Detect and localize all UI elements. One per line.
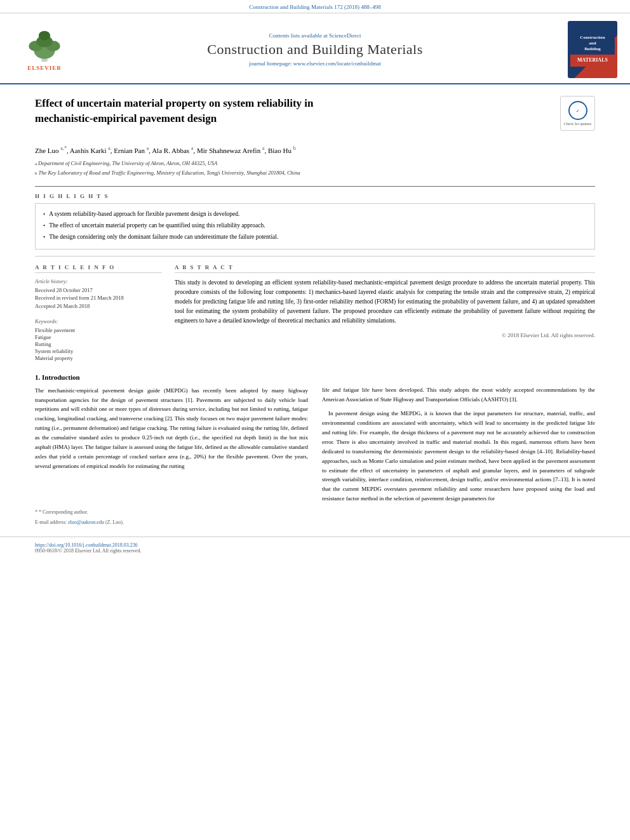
- article-content: Effect of uncertain material property on…: [0, 84, 630, 362]
- journal-header-center: Contents lists available at ScienceDirec…: [76, 32, 554, 67]
- journal-url[interactable]: www.elsevier.com/locate/conbuildmat: [293, 60, 381, 67]
- footer: https://doi.org/10.1016/j.conbuildmat.20…: [0, 537, 630, 557]
- affiliation-b: b The Key Laboratory of Road and Traffic…: [35, 169, 595, 177]
- highlight-item-2: • The effect of uncertain material prope…: [43, 220, 587, 230]
- keyword-5: Material property: [35, 355, 162, 361]
- article-history-block: Article history: Received 28 October 201…: [35, 278, 162, 310]
- received-date: Received 28 October 2017: [35, 286, 162, 295]
- check-updates-badge: ✓ Check for updates: [560, 96, 595, 131]
- intro-label: Introduction: [42, 373, 80, 381]
- highlight-item-3: • The design considering only the domina…: [43, 232, 587, 242]
- intro-paragraph-2: life and fatigue life have been develope…: [322, 385, 595, 404]
- article-info-col: A R T I C L E I N F O Article history: R…: [35, 264, 162, 362]
- affiliation-a: a Department of Civil Engineering, The U…: [35, 159, 595, 168]
- journal-badge: Construction and Building MATERIALS: [568, 21, 617, 78]
- affiliation-a-text: Department of Civil Engineering, The Uni…: [38, 159, 217, 168]
- email-address[interactable]: zluo@uakron.edu: [68, 519, 104, 525]
- journal-header: ELSEVIER Contents lists available at Sci…: [0, 13, 630, 84]
- highlight-text-1: A system reliability-based approach for …: [49, 209, 239, 219]
- body-two-col: 1. Introduction The mechanistic-empirica…: [35, 373, 595, 509]
- author-biao-hu: Biao Hu b: [268, 147, 296, 154]
- author-ernian-pan: Ernian Pan a,: [114, 147, 152, 154]
- check-updates-label: Check for updates: [564, 122, 592, 126]
- bullet-3: •: [43, 232, 45, 242]
- page: Construction and Building Materials 172 …: [0, 0, 630, 840]
- highlight-item-1: • A system reliability-based approach fo…: [43, 209, 587, 219]
- highlights-label: H I G H L I G H T S: [35, 193, 595, 199]
- article-info-abstract: A R T I C L E I N F O Article history: R…: [35, 264, 595, 362]
- affiliations: a Department of Civil Engineering, The U…: [35, 159, 595, 177]
- intro-body-text-left: The mechanistic-empirical pavement desig…: [35, 386, 308, 471]
- keyword-3: Rutting: [35, 341, 162, 347]
- journal-title: Construction and Building Materials: [76, 41, 554, 58]
- abstract-label: A B S T R A C T: [175, 264, 595, 273]
- keywords-block: Keywords: Flexible pavement Fatigue Rutt…: [35, 318, 162, 361]
- intro-paragraph-3: In pavement design using the MEPDG, it i…: [322, 409, 595, 503]
- elsevier-logo-section: ELSEVIER: [13, 29, 76, 71]
- footnote-corresponding-author: * * Corresponding author.: [0, 509, 630, 516]
- copyright-text: © 2018 Elsevier Ltd. All rights reserved…: [175, 332, 595, 338]
- accepted-date: Accepted 26 March 2018: [35, 302, 162, 310]
- check-updates-inner-text: ✓: [576, 109, 579, 113]
- journal-homepage: journal homepage: www.elsevier.com/locat…: [76, 60, 554, 67]
- divider-1: [35, 186, 595, 187]
- doi-link[interactable]: https://doi.org/10.1016/j.conbuildmat.20…: [35, 542, 138, 548]
- top-citation-bar: Construction and Building Materials 172 …: [0, 0, 630, 13]
- revised-date: Received in revised form 21 March 2018: [35, 294, 162, 302]
- elsevier-logo: ELSEVIER: [13, 29, 76, 71]
- intro-body-text-right: life and fatigue life have been develope…: [322, 385, 595, 503]
- author-zhe-luo: Zhe Luo a,*,: [35, 147, 70, 154]
- history-label: Article history:: [35, 278, 162, 284]
- keyword-4: System reliability: [35, 348, 162, 354]
- highlights-box: • A system reliability-based approach fo…: [35, 203, 595, 250]
- author-aashis-karki: Aashis Karki a,: [70, 147, 114, 154]
- doi-line: https://doi.org/10.1016/j.conbuildmat.20…: [35, 542, 595, 548]
- citation-text: Construction and Building Materials 172 …: [249, 4, 380, 10]
- issn-line: 0950-0618/© 2018 Elsevier Ltd. All right…: [35, 548, 595, 554]
- highlight-text-2: The effect of uncertain material propert…: [49, 220, 265, 230]
- body-content: 1. Introduction The mechanistic-empirica…: [0, 362, 630, 509]
- body-left-col: 1. Introduction The mechanistic-empirica…: [35, 373, 308, 509]
- abstract-text: This study is devoted to developing an e…: [175, 278, 595, 326]
- article-title-section: Effect of uncertain material property on…: [35, 96, 595, 137]
- intro-paragraph-1: The mechanistic-empirical pavement desig…: [35, 386, 308, 471]
- svg-point-5: [39, 30, 50, 40]
- keyword-1: Flexible pavement: [35, 327, 162, 333]
- footnote-email: E-mail address: zluo@uakron.edu (Z. Luo)…: [0, 519, 630, 526]
- elsevier-tree-icon: [22, 29, 67, 63]
- highlights-section: H I G H L I G H T S • A system reliabili…: [35, 193, 595, 250]
- body-right-col: life and fatigue life have been develope…: [322, 373, 595, 509]
- intro-title: 1. Introduction: [35, 373, 308, 381]
- affiliation-b-text: The Key Laboratory of Road and Traffic E…: [39, 169, 300, 177]
- divider-2: [35, 256, 595, 257]
- bullet-2: •: [43, 221, 45, 230]
- science-direct-link-text[interactable]: ScienceDirect: [329, 32, 361, 39]
- email-label: E-mail address:: [35, 519, 68, 525]
- author-ala-abbas: Ala R. Abbas a,: [152, 147, 197, 154]
- keyword-2: Fatigue: [35, 334, 162, 340]
- email-name: (Z. Luo).: [105, 519, 124, 525]
- article-title: Effect of uncertain material property on…: [35, 96, 313, 126]
- highlight-text-3: The design considering only the dominant…: [49, 232, 278, 242]
- abstract-col: A B S T R A C T This study is devoted to…: [175, 264, 595, 362]
- article-info-label: A R T I C L E I N F O: [35, 264, 162, 273]
- intro-number: 1.: [35, 373, 40, 381]
- authors-line: Zhe Luo a,*, Aashis Karki a, Ernian Pan …: [35, 145, 595, 156]
- science-direct-text: Contents lists available at ScienceDirec…: [76, 32, 554, 39]
- badge-bottom-text: MATERIALS: [570, 55, 615, 66]
- corresponding-author-label: * Corresponding author.: [39, 509, 88, 515]
- check-updates-icon: ✓: [568, 101, 587, 120]
- badge-top-text: Construction and Building: [570, 32, 615, 55]
- keywords-label: Keywords:: [35, 318, 162, 324]
- bullet-1: •: [43, 210, 45, 219]
- author-mir-arefin: Mir Shahnewaz Arefin a,: [197, 147, 268, 154]
- journal-badge-section: Construction and Building MATERIALS: [554, 21, 617, 78]
- elsevier-name: ELSEVIER: [27, 65, 62, 71]
